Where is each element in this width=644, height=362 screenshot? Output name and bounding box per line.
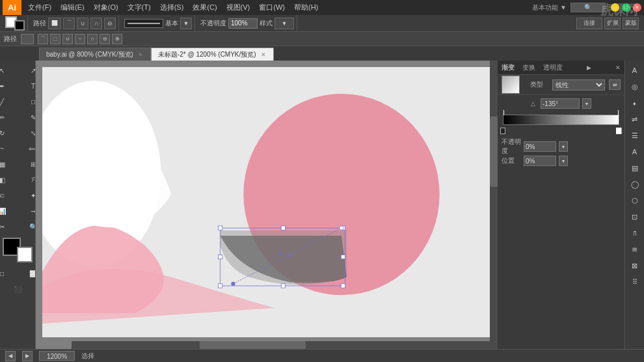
path-join-btn1[interactable]: ⌒ — [63, 18, 75, 29]
outline-mode-btn[interactable]: ⬜ — [18, 266, 36, 281]
gradient-stop-left[interactable] — [500, 128, 505, 134]
location-dropdown-btn[interactable]: ▼ — [559, 156, 568, 166]
column-tool[interactable]: ▦ — [0, 157, 17, 171]
eyedropper-tool[interactable]: 𝓟 — [18, 173, 36, 187]
gradient-tab[interactable]: 渐变 — [502, 63, 515, 72]
menu-effect[interactable]: 效果(C) — [189, 1, 221, 14]
path-icon-7[interactable]: ⊕ — [112, 34, 122, 44]
selection-tool[interactable]: ↖ — [0, 63, 17, 77]
transparency-tab[interactable]: 透明度 — [543, 63, 563, 72]
rt-icon-3[interactable]: ⬧ — [628, 96, 642, 110]
menu-object[interactable]: 对象(O) — [90, 1, 122, 14]
rt-icon-1[interactable]: A — [628, 63, 642, 77]
pen-tool[interactable]: ✒ — [0, 79, 17, 93]
location-value-input[interactable] — [524, 156, 556, 166]
gradient-preview-swatch[interactable] — [502, 76, 520, 94]
transform-tab[interactable]: 变换 — [522, 63, 535, 72]
transform-btn[interactable]: 扩展 — [604, 18, 621, 29]
rt-icon-13[interactable]: ⊠ — [628, 258, 642, 273]
blend-tool[interactable]: ⊂ — [0, 188, 17, 202]
scrollbar-thumb-v[interactable] — [490, 117, 498, 187]
zoom-display[interactable]: 1200% — [39, 351, 75, 361]
prev-page-btn[interactable]: ◀ — [5, 351, 16, 361]
angle-input[interactable] — [541, 98, 580, 109]
path-icon-2[interactable]: ⬚ — [50, 34, 60, 44]
warp-tool[interactable]: ~ — [0, 141, 17, 156]
symbol-tool[interactable]: ✦ — [18, 188, 36, 202]
path-join-btn3[interactable]: ∩ — [90, 18, 102, 29]
pencil-tool[interactable]: ✎ — [18, 110, 36, 124]
menu-help[interactable]: 帮助(H) — [290, 1, 322, 14]
vertical-scrollbar[interactable] — [490, 61, 498, 341]
rect-tool[interactable]: □ — [18, 94, 36, 109]
width-tool[interactable]: ⟺ — [18, 141, 36, 156]
background-color[interactable] — [17, 247, 33, 262]
menu-file[interactable]: 文件(F) — [24, 1, 55, 14]
tab-untitled-close[interactable]: ✕ — [260, 51, 267, 58]
panel-expand-icon[interactable]: ▶ — [587, 64, 591, 71]
direct-select-tool[interactable]: ↗ — [18, 63, 36, 77]
rt-icon-5[interactable]: ☰ — [628, 128, 642, 143]
rt-icon-14[interactable]: ⠿ — [628, 275, 642, 289]
svg-rect-8 — [218, 284, 222, 288]
path-icon-1[interactable]: ⌒ — [38, 34, 48, 44]
zoom-tool[interactable]: 🔍 — [18, 219, 36, 234]
gradient-tool[interactable]: ◧ — [0, 173, 17, 187]
path-icon-4[interactable]: − — [75, 34, 85, 44]
mask-btn[interactable]: 蒙版 — [623, 18, 639, 29]
line-tool[interactable]: ╱ — [0, 94, 17, 109]
rt-icon-6[interactable]: A — [628, 145, 642, 159]
opacity-dropdown-btn[interactable]: ▼ — [559, 141, 568, 152]
slice-tool[interactable]: ⊸ — [18, 204, 36, 218]
tab-untitled[interactable]: 未标题-2* @ 1200% (CMYK/预览) ✕ — [151, 48, 274, 61]
menu-edit[interactable]: 编辑(E) — [57, 1, 88, 14]
tab-baby-close[interactable]: ✕ — [137, 51, 144, 58]
menu-window[interactable]: 窗口(W) — [255, 1, 289, 14]
rt-icon-10[interactable]: ⊡ — [628, 210, 642, 224]
path-join-btn4[interactable]: ⊖ — [104, 18, 116, 29]
style-select-btn[interactable]: ▼ — [275, 18, 294, 29]
tab-baby[interactable]: baby.ai @ 800% (CMYK/预览) ✕ — [39, 48, 151, 61]
screen-mode-btn[interactable]: ⬛ — [4, 282, 31, 296]
rt-icon-4[interactable]: ⇌ — [628, 112, 642, 126]
rt-icon-8[interactable]: ◯ — [628, 177, 642, 191]
stroke-preview[interactable] — [124, 19, 163, 28]
panel-menu-icon[interactable]: ✕ — [615, 64, 621, 71]
mesh-tool[interactable]: ⊞ — [18, 157, 36, 171]
type-select[interactable]: 线性 — [552, 79, 605, 90]
scale-tool[interactable]: ⤡ — [18, 126, 36, 140]
stroke-swatch[interactable] — [14, 20, 25, 31]
paintbrush-tool[interactable]: ✏ — [0, 110, 17, 124]
rt-icon-2[interactable]: ◎ — [628, 79, 642, 94]
chart-tool[interactable]: 📊 — [0, 204, 17, 218]
path-icon-3[interactable]: ∪ — [62, 34, 73, 44]
opacity-input[interactable] — [228, 18, 258, 29]
path-icon-5[interactable]: ∩ — [87, 34, 98, 44]
stroke-select-btn[interactable]: ▼ — [180, 18, 192, 29]
reverse-gradient-btn[interactable]: ⇄ — [609, 79, 621, 90]
horizontal-scrollbar[interactable] — [72, 341, 498, 349]
scissors-tool[interactable]: ✂ — [0, 219, 17, 234]
arrange-btn[interactable]: 连接 — [576, 18, 602, 29]
angle-dropdown-btn[interactable]: ▼ — [582, 98, 591, 109]
next-page-btn[interactable]: ▶ — [22, 351, 33, 361]
path-type-btn[interactable]: ⬜ — [48, 18, 61, 29]
rt-icon-7[interactable]: ▤ — [628, 161, 642, 175]
menu-text[interactable]: 文字(T) — [124, 1, 155, 14]
type-tool[interactable]: T — [18, 79, 36, 93]
normal-mode-btn[interactable]: □ — [0, 266, 17, 281]
path-join-btn2[interactable]: ∪ — [77, 18, 88, 29]
scrollbar-thumb-h[interactable] — [200, 341, 306, 349]
rotate-tool[interactable]: ↻ — [0, 126, 17, 140]
canvas-area[interactable] — [36, 61, 498, 349]
opacity-value-input[interactable] — [524, 141, 556, 152]
gradient-stop-active[interactable] — [616, 128, 621, 134]
menu-view[interactable]: 视图(V) — [222, 1, 254, 14]
rt-icon-9[interactable]: ⬡ — [628, 193, 642, 208]
shape-tools: ╱ □ — [0, 94, 36, 109]
gradient-bar[interactable] — [503, 115, 619, 125]
path-icon-6[interactable]: ⊖ — [100, 34, 110, 44]
rt-icon-11[interactable]: ⩃ — [628, 226, 642, 240]
rt-icon-12[interactable]: ≋ — [628, 242, 642, 257]
menu-select[interactable]: 选择(S) — [156, 1, 188, 14]
